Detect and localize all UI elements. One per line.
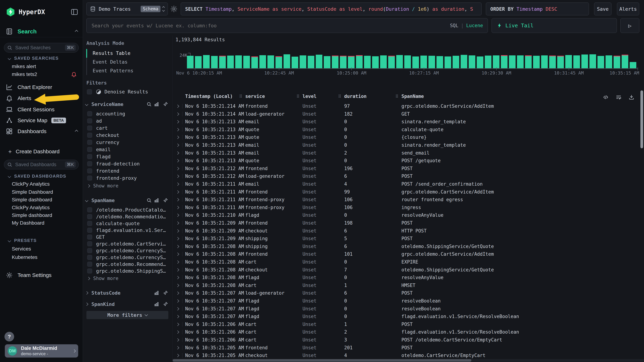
histogram-bar[interactable] xyxy=(590,54,596,68)
lang-toggle-lucene[interactable]: Lucene xyxy=(466,23,483,28)
checkbox[interactable] xyxy=(87,255,92,260)
checkbox[interactable] xyxy=(87,235,92,239)
table-row[interactable]: Nov 6 10:35:21.211 AMemailUnset4POST /se… xyxy=(173,180,644,188)
histogram-bar[interactable] xyxy=(630,62,636,68)
table-row[interactable]: Nov 6 10:35:21.210 AMflagdUnset0resolveA… xyxy=(173,211,644,219)
checkbox[interactable] xyxy=(87,228,92,233)
filter-value-row[interactable]: /oteldemo.ProductCatalo… xyxy=(87,207,166,213)
run-query-play-button[interactable]: ▷ xyxy=(620,18,639,33)
filter-value-row[interactable]: flagd xyxy=(87,154,110,160)
table-row[interactable]: Nov 6 10:35:21.208 AMshippingUnset6oteld… xyxy=(173,242,644,250)
vertical-scrollbar-thumb[interactable] xyxy=(640,90,643,148)
expand-row-icon[interactable] xyxy=(176,268,179,271)
histogram-bar[interactable] xyxy=(525,55,532,68)
histogram-bar[interactable] xyxy=(219,56,226,68)
checkbox[interactable] xyxy=(87,147,92,152)
filter-value-row[interactable]: currency xyxy=(87,139,119,145)
expand-row-icon[interactable] xyxy=(176,120,179,123)
sidebar-item-client-sessions[interactable]: Client Sessions xyxy=(0,106,83,113)
live-tail-button[interactable]: Live Tail xyxy=(492,18,617,33)
histogram-bar[interactable] xyxy=(292,57,298,68)
presets-section-header[interactable]: PRESETS xyxy=(8,238,37,243)
histogram-bar[interactable] xyxy=(388,56,395,68)
expand-row-icon[interactable] xyxy=(176,260,179,264)
expand-row-icon[interactable] xyxy=(176,136,179,139)
saved-dashboard-item[interactable]: Simple Dashboard xyxy=(0,188,83,196)
pin-icon[interactable] xyxy=(163,102,168,107)
show-more-button[interactable]: Show more xyxy=(87,276,118,281)
download-icon[interactable] xyxy=(628,94,634,100)
histogram-bar[interactable] xyxy=(517,55,524,68)
search-icon[interactable] xyxy=(146,198,152,203)
event-search-input[interactable] xyxy=(91,23,450,29)
event-search-bar[interactable]: SQL | Lucene xyxy=(86,18,488,33)
expand-row-icon[interactable] xyxy=(176,253,179,256)
table-row[interactable]: Nov 6 10:35:21.211 AMfrontend-proxyUnset… xyxy=(173,203,644,211)
table-row[interactable]: Nov 6 10:35:21.214 AMload-generatorUnset… xyxy=(173,110,644,118)
filter-value-row[interactable]: email xyxy=(87,146,110,152)
horizontal-scrollbar-thumb[interactable] xyxy=(173,359,471,362)
bar-chart-icon[interactable] xyxy=(154,290,159,296)
pin-icon[interactable] xyxy=(163,301,168,307)
source-settings-gear-icon[interactable] xyxy=(170,5,178,13)
filter-value-row[interactable]: grpc.oteldemo.CurrencyS… xyxy=(87,247,166,254)
histogram-bar[interactable] xyxy=(316,55,322,68)
filter-group-spankind[interactable]: SpanKind xyxy=(86,301,169,307)
filter-value-row[interactable]: accounting xyxy=(87,111,125,117)
user-menu[interactable]: DM Dale McDiarmid demo-service - xyxy=(5,344,78,358)
table-row[interactable]: Nov 6 10:35:21.208 AMflagdUnset0resolveA… xyxy=(173,274,644,281)
checkbox[interactable] xyxy=(87,89,92,94)
column-header-duration[interactable]: duration xyxy=(344,94,366,99)
histogram-bar[interactable] xyxy=(203,55,210,68)
histogram-bar[interactable] xyxy=(300,55,306,68)
expand-row-icon[interactable] xyxy=(176,167,179,170)
filter-value-row[interactable]: ad xyxy=(87,118,102,124)
histogram-bar[interactable] xyxy=(412,56,419,68)
checkbox[interactable] xyxy=(87,126,92,130)
pin-icon[interactable] xyxy=(163,198,168,203)
table-row[interactable]: Nov 6 10:35:21.213 AMquoteUnset0{closure… xyxy=(173,133,644,141)
histogram-bar[interactable] xyxy=(622,55,628,68)
table-row[interactable]: Nov 6 10:35:21.207 AMflagdUnset0resolveB… xyxy=(173,305,644,313)
checkbox[interactable] xyxy=(87,214,92,219)
saved-dashboard-item[interactable]: Simple dashboard xyxy=(0,196,83,204)
view-source-code-icon[interactable] xyxy=(603,94,608,100)
checkbox[interactable] xyxy=(87,111,92,116)
bar-chart-icon[interactable] xyxy=(154,301,159,307)
expand-row-icon[interactable] xyxy=(176,284,179,287)
analysis-mode-event-patterns[interactable]: Event Patterns xyxy=(93,68,134,74)
column-drag-handle-icon[interactable]: ⠿ xyxy=(296,94,300,99)
histogram-bar[interactable] xyxy=(260,55,266,68)
filter-value-row[interactable]: grpc.oteldemo.CurrencyS… xyxy=(87,254,166,260)
table-row[interactable]: Nov 6 10:35:21.208 AMcartUnset1HMSET xyxy=(173,281,644,289)
checkbox[interactable] xyxy=(87,248,92,253)
histogram-bar[interactable] xyxy=(444,56,451,68)
filter-value-row[interactable]: calculate-quote xyxy=(87,220,140,226)
histogram-bar[interactable] xyxy=(485,56,492,68)
checkbox[interactable] xyxy=(87,119,92,123)
column-header-service[interactable]: service xyxy=(245,94,265,99)
saved-dashboards-search[interactable]: ⌘K xyxy=(4,160,79,169)
order-by-input[interactable]: ORDER BY Timestamp DESC xyxy=(486,2,589,15)
histogram-bar[interactable] xyxy=(452,56,459,68)
filter-value-row[interactable]: frontend-proxy xyxy=(87,175,137,181)
expand-row-icon[interactable] xyxy=(176,346,179,349)
histogram-bar[interactable] xyxy=(549,56,556,68)
filter-value-row[interactable]: frontend xyxy=(87,168,119,174)
expand-row-icon[interactable] xyxy=(176,182,179,186)
histogram-bar[interactable] xyxy=(461,55,467,68)
checkbox[interactable] xyxy=(87,133,92,138)
histogram-bar[interactable] xyxy=(324,56,330,68)
histogram-bar[interactable] xyxy=(308,56,314,68)
table-row[interactable]: Nov 6 10:35:21.208 AMfrontendUnset101grp… xyxy=(173,250,644,258)
column-drag-handle-icon[interactable]: ⠿ xyxy=(239,94,242,99)
histogram-bar[interactable] xyxy=(501,55,508,68)
checkbox[interactable] xyxy=(87,269,92,273)
column-drag-handle-icon[interactable]: ⠿ xyxy=(338,94,341,99)
saved-dashboards-section-header[interactable]: SAVED DASHBOARDS xyxy=(8,174,66,179)
checkbox[interactable] xyxy=(87,154,92,159)
saved-dashboard-item[interactable]: ClickPy Analytics xyxy=(0,204,83,211)
checkbox[interactable] xyxy=(87,207,92,212)
table-row[interactable]: Nov 6 10:35:21.213 AMemailUnset2send_ema… xyxy=(173,149,644,157)
histogram-bar[interactable] xyxy=(251,56,258,68)
